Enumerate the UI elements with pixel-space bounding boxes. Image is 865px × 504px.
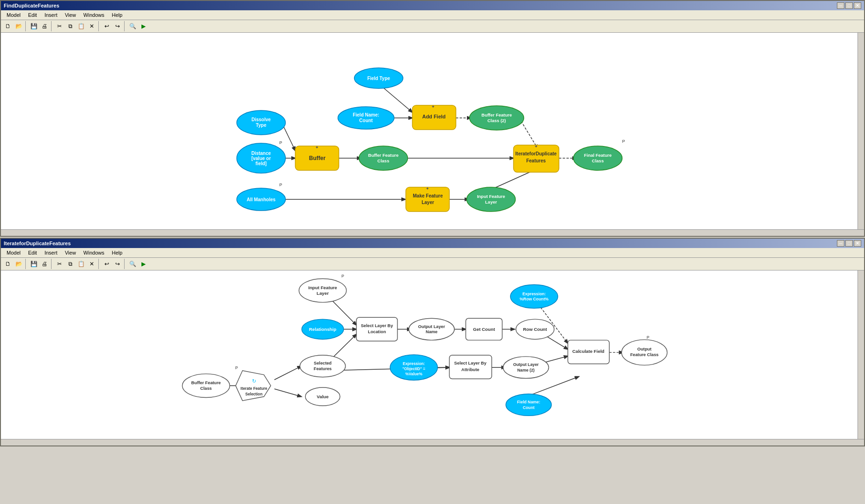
svg-text:Count: Count xyxy=(523,405,534,410)
maximize-btn-2[interactable]: □ xyxy=(845,240,853,247)
svg-text:Select Layer By: Select Layer By xyxy=(454,361,487,365)
window1-title: FindDuplicateFeatures xyxy=(4,3,59,8)
svg-text:Output: Output xyxy=(637,347,651,351)
menu-help-2[interactable]: Help xyxy=(108,249,126,256)
redo-btn-1[interactable]: ↪ xyxy=(112,21,123,31)
sep5 xyxy=(25,259,27,269)
paste-btn-1[interactable]: 📋 xyxy=(76,21,86,31)
svg-text:Get Count: Get Count xyxy=(473,327,495,332)
menu-bar-2: Model Edit Insert View Windows Help xyxy=(1,248,864,258)
svg-text:✦: ✦ xyxy=(426,186,429,191)
menu-insert-2[interactable]: Insert xyxy=(41,249,61,256)
scrollbar-v-1[interactable] xyxy=(858,33,864,229)
svg-text:Class: Class xyxy=(200,386,212,391)
svg-text:Class: Class xyxy=(592,158,604,163)
diagram-2: P P P Input Feature Layer Relationship S… xyxy=(1,270,864,439)
copy-btn-1[interactable]: ⧉ xyxy=(65,21,75,31)
svg-text:Expression:: Expression: xyxy=(403,362,425,366)
svg-text:✦: ✦ xyxy=(315,145,319,150)
canvas-2: P P P Input Feature Layer Relationship S… xyxy=(1,270,864,439)
menu-help-1[interactable]: Help xyxy=(108,11,126,19)
menu-insert-1[interactable]: Insert xyxy=(41,11,61,19)
close-btn-2[interactable]: ✕ xyxy=(854,240,861,247)
open-btn-2[interactable]: 📂 xyxy=(14,259,24,269)
menu-edit-1[interactable]: Edit xyxy=(24,11,41,19)
svg-text:Expression:: Expression: xyxy=(522,292,546,296)
svg-text:Feature Class: Feature Class xyxy=(630,352,659,357)
svg-text:Output Layer: Output Layer xyxy=(513,362,539,367)
svg-text:field]: field] xyxy=(256,161,267,166)
svg-text:Buffer: Buffer xyxy=(309,155,326,161)
minimize-btn-1[interactable]: ─ xyxy=(837,2,844,9)
menu-windows-2[interactable]: Windows xyxy=(80,249,108,256)
svg-text:Relationship: Relationship xyxy=(309,327,336,332)
svg-text:Final Feature: Final Feature xyxy=(584,153,612,158)
sep4 xyxy=(124,21,126,31)
svg-text:Selected: Selected xyxy=(314,361,332,365)
title-bar-buttons-1: ─ □ ✕ xyxy=(837,2,861,9)
svg-marker-114 xyxy=(236,371,271,401)
sep1 xyxy=(25,21,27,31)
svg-text:Layer: Layer xyxy=(485,199,497,205)
zoom-btn-1[interactable]: 🔍 xyxy=(127,21,138,31)
redo-btn-2[interactable]: ↪ xyxy=(112,259,123,269)
svg-text:✦: ✦ xyxy=(534,144,538,149)
paste-btn-2[interactable]: 📋 xyxy=(76,259,86,269)
open-btn-1[interactable]: 📂 xyxy=(14,21,24,31)
menu-view-1[interactable]: View xyxy=(61,11,80,19)
menu-view-2[interactable]: View xyxy=(61,249,80,256)
menu-edit-2[interactable]: Edit xyxy=(24,249,41,256)
svg-text:Selection: Selection xyxy=(245,392,263,396)
diagram-1: P P P Field Type Field Name: Count Add F… xyxy=(1,33,864,229)
menu-windows-1[interactable]: Windows xyxy=(80,11,108,19)
svg-text:Count: Count xyxy=(359,118,373,123)
run-btn-2[interactable]: ▶ xyxy=(138,259,148,269)
svg-text:P: P xyxy=(647,335,650,340)
close-btn-1[interactable]: ✕ xyxy=(854,2,861,9)
minimize-btn-2[interactable]: ─ xyxy=(837,240,844,247)
svg-text:All Manholes: All Manholes xyxy=(247,197,276,202)
svg-text:Name: Name xyxy=(426,329,437,334)
cut-btn-1[interactable]: ✂ xyxy=(54,21,65,31)
undo-btn-1[interactable]: ↩ xyxy=(102,21,112,31)
save-btn-1[interactable]: 💾 xyxy=(29,21,39,31)
menu-model-2[interactable]: Model xyxy=(3,249,24,256)
toolbar-1: 🗋 📂 💾 🖨 ✂ ⧉ 📋 ✕ ↩ ↪ 🔍 ▶ xyxy=(1,20,864,33)
copy-btn-2[interactable]: ⧉ xyxy=(65,259,75,269)
svg-text:Input Feature: Input Feature xyxy=(308,285,337,290)
svg-text:Name (2): Name (2) xyxy=(517,368,534,373)
scrollbar-h-2[interactable] xyxy=(1,439,864,446)
toolbar-2: 🗋 📂 💾 🖨 ✂ ⧉ 📋 ✕ ↩ ↪ 🔍 ▶ xyxy=(1,258,864,270)
undo-btn-2[interactable]: ↩ xyxy=(102,259,112,269)
svg-text:Class (2): Class (2) xyxy=(488,118,506,123)
svg-text:Dissolve: Dissolve xyxy=(251,117,271,122)
maximize-btn-1[interactable]: □ xyxy=(845,2,853,9)
title-bar-buttons-2: ─ □ ✕ xyxy=(837,240,861,247)
new-btn-2[interactable]: 🗋 xyxy=(3,259,13,269)
zoom-btn-2[interactable]: 🔍 xyxy=(127,259,138,269)
svg-text:Features: Features xyxy=(526,158,546,163)
menu-model-1[interactable]: Model xyxy=(3,11,24,19)
title-bar-1: FindDuplicateFeatures ─ □ ✕ xyxy=(1,1,864,10)
save-btn-2[interactable]: 💾 xyxy=(29,259,39,269)
window-find-duplicate: FindDuplicateFeatures ─ □ ✕ Model Edit I… xyxy=(0,0,865,237)
svg-text:Buffer Feature: Buffer Feature xyxy=(481,112,512,117)
delete-btn-1[interactable]: ✕ xyxy=(87,21,97,31)
svg-text:Make Feature: Make Feature xyxy=(413,193,443,198)
window2-title: IterateforDuplicateFeatures xyxy=(4,241,71,246)
svg-text:Iterate Feature: Iterate Feature xyxy=(241,387,267,391)
scrollbar-h-1[interactable] xyxy=(1,229,864,236)
new-btn-1[interactable]: 🗋 xyxy=(3,21,13,31)
svg-text:Attribute: Attribute xyxy=(461,367,479,372)
run-btn-1[interactable]: ▶ xyxy=(138,21,148,31)
svg-text:Type: Type xyxy=(256,123,266,128)
print-btn-1[interactable]: 🖨 xyxy=(39,21,50,31)
svg-text:IterateforDuplicate: IterateforDuplicate xyxy=(515,151,557,156)
cut-btn-2[interactable]: ✂ xyxy=(54,259,65,269)
svg-text:Field Name:: Field Name: xyxy=(353,112,379,117)
title-bar-2: IterateforDuplicateFeatures ─ □ ✕ xyxy=(1,239,864,248)
print-btn-2[interactable]: 🖨 xyxy=(39,259,50,269)
delete-btn-2[interactable]: ✕ xyxy=(87,259,97,269)
scrollbar-v-2[interactable] xyxy=(858,270,864,439)
svg-text:Features: Features xyxy=(314,366,332,371)
